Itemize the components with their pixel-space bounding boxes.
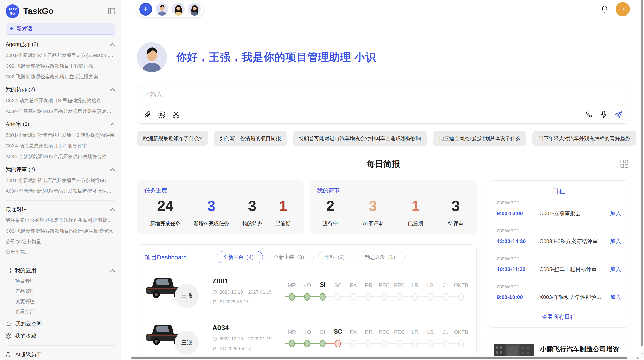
sidebar-item[interactable]: A034-全新新能源MUV产品开发项目法规符合性评审 xyxy=(6,154,115,160)
attachment-icon[interactable] xyxy=(144,111,151,118)
suggestion-chip[interactable]: 当下年轻人对汽车外观有怎样的喜好趋势 xyxy=(532,131,636,146)
send-icon[interactable] xyxy=(614,111,622,118)
sidebar-section-header[interactable]: 我的评审 (2) xyxy=(6,166,115,173)
logo-line-2: Go xyxy=(10,11,15,16)
horizontal-scrollbar-thumb[interactable] xyxy=(131,357,627,359)
event-row: 10:30-11:30C005-整车工程目标评审加入 xyxy=(497,266,621,273)
milestone-dot[interactable] xyxy=(427,293,433,301)
chevron-up-icon[interactable] xyxy=(110,123,115,126)
chevron-up-icon[interactable] xyxy=(110,88,115,91)
view-all-schedule-link[interactable]: 查看所有日程 xyxy=(497,307,621,324)
sidebar-item[interactable]: A034-全新新能源MUV产品开发项目造型可行性评审 xyxy=(6,188,115,194)
dashboard-tab[interactable]: 全新上装（3） xyxy=(268,251,314,263)
milestone-dot[interactable] xyxy=(289,293,295,301)
milestone-dot[interactable] xyxy=(350,340,356,347)
milestone-dot[interactable] xyxy=(412,340,418,347)
milestone-dot[interactable] xyxy=(304,293,310,301)
vertical-scrollbar-thumb[interactable] xyxy=(641,0,643,346)
sidebar-item[interactable]: C0X4-动力总成开发项目工程变更评审 xyxy=(6,143,115,149)
milestone-dot[interactable] xyxy=(458,340,464,347)
milestone-dot[interactable] xyxy=(366,293,372,301)
sidebar-item[interactable]: Z001-全新燃油皮卡产品开发项目SI节点Lesson Learn报告 xyxy=(6,52,115,58)
sidebar-section-header[interactable]: AI评审 (3) xyxy=(6,121,115,128)
sidebar-item[interactable]: Z001-全新燃油轻卡产品开发项目SI造型提交物评审 xyxy=(6,132,115,138)
sidebar-collapse-icon[interactable] xyxy=(108,8,115,14)
milestone-dot[interactable] xyxy=(412,293,418,301)
scroll-right-arrow-icon[interactable]: ▶ xyxy=(637,356,639,360)
my-apps-item[interactable]: 变更管理 xyxy=(15,298,115,305)
my-apps-item[interactable]: 产品管理 xyxy=(15,288,115,294)
milestone-dot[interactable] xyxy=(427,340,433,347)
sidebar-item-cloud-space[interactable]: 我的云空间 xyxy=(6,320,115,327)
new-chat-button[interactable]: + 新对话 xyxy=(6,23,115,35)
milestone-dot[interactable] xyxy=(443,340,449,347)
my-apps-header[interactable]: 我的应用 xyxy=(6,267,115,274)
chevron-up-icon[interactable] xyxy=(110,208,115,211)
milestone-dot[interactable] xyxy=(335,293,341,301)
sidebar-item[interactable]: Z001-全新燃油轻卡产品开发项目SI节点属性5D文件评审 xyxy=(6,177,115,184)
vertical-scrollbar[interactable]: ▼ xyxy=(640,0,644,360)
user-avatar[interactable]: 王强 xyxy=(616,2,630,16)
milestone-dot[interactable] xyxy=(320,340,326,347)
milestone-dot[interactable] xyxy=(381,340,387,347)
suggestion-chip[interactable]: 比亚迪全固态电池计划具体说了什么 xyxy=(433,131,526,146)
milestone-dot[interactable] xyxy=(458,293,464,301)
milestone-dot-row xyxy=(453,338,469,349)
milestone-dot[interactable] xyxy=(320,293,326,301)
notification-bell-icon[interactable] xyxy=(601,5,608,13)
layout-grid-icon[interactable] xyxy=(620,159,629,169)
dashboard-tab[interactable]: 动总开发（1） xyxy=(359,251,405,263)
my-apps-item[interactable]: 项目管理 xyxy=(15,278,115,284)
event-join-link[interactable]: 加入 xyxy=(610,210,621,217)
project-dashboard-card: 项目Dashboard 全新平台（4）全新上装（3）年型（2）动总开发（1） 王… xyxy=(137,244,477,357)
scroll-down-arrow-icon[interactable]: ▼ xyxy=(640,352,644,355)
dashboard-tab[interactable]: 全新平台（4） xyxy=(217,251,263,263)
event-join-link[interactable]: 加入 xyxy=(610,238,621,245)
recent-chat-item[interactable]: 解释最新出台的欧盟报废车法规再生塑料比例被调至15%... xyxy=(6,217,115,223)
suggestion-chip[interactable]: 特朗普可能对进口汽车增税会对中国车企造成哪些影响 xyxy=(293,131,427,146)
milestone-dot[interactable] xyxy=(366,340,372,347)
suggestion-chip[interactable]: 如何写一份清晰的项目周报 xyxy=(214,131,287,146)
favorites-label: 我的收藏 xyxy=(15,333,36,339)
chevron-up-icon[interactable] xyxy=(110,269,115,272)
sidebar-section-header[interactable]: 我的待办 (2) xyxy=(6,86,115,93)
sidebar-item-favorites[interactable]: 我的收藏 xyxy=(6,333,115,339)
event-join-link[interactable]: 加入 xyxy=(610,266,621,273)
milestone-dot[interactable] xyxy=(443,293,449,301)
project-dates: 2023-12-19 ~ 2026-01-19 xyxy=(219,336,272,342)
microphone-icon[interactable] xyxy=(600,111,607,119)
recent-chat-item[interactable]: 公司Q3轻卡销量 xyxy=(6,239,115,245)
recent-chat-item[interactable]: C02-飞腾新能源轻客改款项目的闭环通告反馈情况 xyxy=(6,228,115,234)
milestone-dot[interactable] xyxy=(350,293,356,301)
app-root: Task Go TaskGo + 新对话 Agent已办 (3)Z001-全新燃… xyxy=(0,0,644,360)
sidebar-item[interactable]: C0X4-动力总成开发项目SI里程碑提交物检查 xyxy=(6,98,115,104)
recent-view-all[interactable]: 查看全部... xyxy=(6,249,115,256)
sidebar-item-ai-super-staff[interactable]: AI超级员工 xyxy=(6,351,115,358)
event-join-link[interactable]: 加入 xyxy=(610,294,621,301)
suggestion-chip[interactable]: 欧洲新规最近颁布了什么? xyxy=(137,131,208,146)
image-icon[interactable] xyxy=(158,111,166,118)
milestone-dot[interactable] xyxy=(289,340,295,347)
milestone-dot[interactable] xyxy=(397,340,402,347)
chevron-up-icon[interactable] xyxy=(110,43,115,46)
chevron-up-icon[interactable] xyxy=(110,168,115,171)
agent-avatar-1[interactable] xyxy=(156,3,168,16)
agent-avatar-3[interactable] xyxy=(188,3,201,16)
milestone-dot[interactable] xyxy=(397,293,402,301)
add-agent-button[interactable]: + xyxy=(139,3,152,16)
chat-input[interactable] xyxy=(144,91,622,98)
my-apps-item[interactable]: 查看全部... xyxy=(15,309,115,315)
sidebar-item[interactable]: A034-全新新能源MUV产品开发项目计划变更表编写 xyxy=(6,108,115,114)
sidebar-item[interactable]: C02-飞腾新能源轻客改款项目立项汇报方案 xyxy=(6,74,115,80)
milestone-dot[interactable] xyxy=(335,340,341,347)
dashboard-tab[interactable]: 年型（2） xyxy=(318,251,354,263)
milestone-dot[interactable] xyxy=(381,293,387,301)
horizontal-scrollbar[interactable]: ▶ xyxy=(131,356,640,360)
sidebar-section-header[interactable]: Agent已办 (3) xyxy=(6,41,115,48)
recent-chats-header[interactable]: 最近对话 xyxy=(6,206,115,213)
agent-avatar-2[interactable] xyxy=(172,3,185,16)
sidebar-item[interactable]: C02-飞腾新能源轻客改款项目里程碑画布 xyxy=(6,63,115,69)
scissors-icon[interactable] xyxy=(172,111,180,118)
milestone-dot[interactable] xyxy=(304,340,310,347)
phone-call-icon[interactable] xyxy=(585,111,593,118)
